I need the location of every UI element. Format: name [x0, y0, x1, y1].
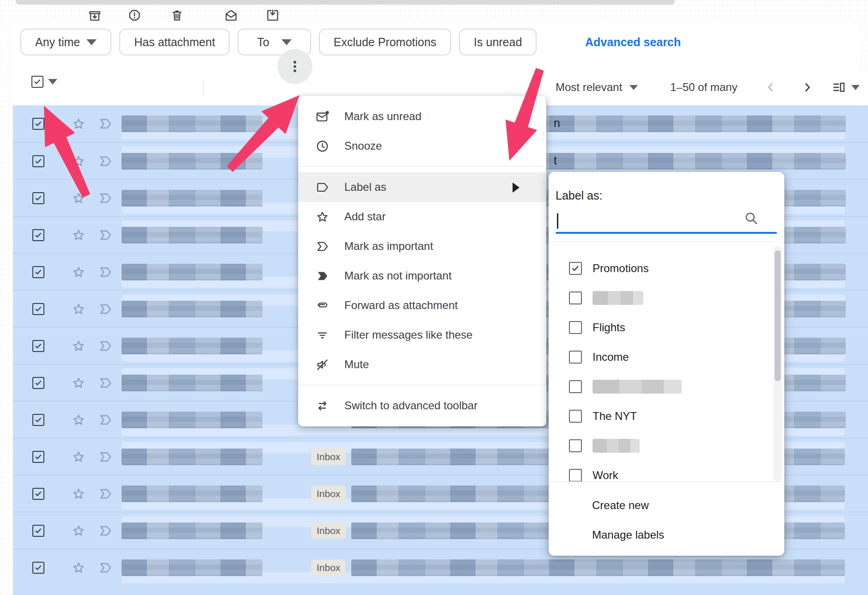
split-pane-button[interactable] [831, 72, 847, 103]
star-icon[interactable] [71, 560, 86, 575]
email-checkbox-checked[interactable] [32, 414, 44, 426]
menu-item-mark-as-not-important[interactable]: Mark as not important [298, 261, 546, 291]
filter-chip-label: Exclude Promotions [334, 36, 436, 49]
filter-chip-exclude-promotions[interactable]: Exclude Promotions [319, 29, 451, 55]
importance-marker-icon[interactable] [98, 376, 113, 390]
report-spam-button[interactable] [127, 0, 142, 30]
star-icon[interactable] [71, 228, 86, 243]
checkbox-unchecked[interactable] [569, 439, 582, 452]
filter-icon [315, 328, 330, 342]
more-options-button[interactable] [277, 49, 312, 84]
menu-item-mark-as-unread[interactable]: Mark as unread [298, 102, 546, 131]
gmail-search-results-screen: Any timeHas attachmentToExclude Promotio… [0, 0, 868, 595]
importance-marker-icon[interactable] [98, 191, 113, 206]
menu-item-filter-messages-like-these[interactable]: Filter messages like these [298, 320, 546, 350]
mark-as-read-button[interactable] [223, 0, 239, 30]
importance-marker-icon[interactable] [98, 560, 113, 575]
star-icon[interactable] [71, 523, 86, 538]
older-page-button[interactable] [800, 72, 815, 103]
menu-item-add-star[interactable]: Add star [298, 202, 546, 231]
checkbox-unchecked[interactable] [569, 410, 582, 423]
filter-chip-has-attachment[interactable]: Has attachment [119, 29, 230, 55]
checkbox-unchecked[interactable] [569, 380, 582, 393]
label-option-flights[interactable]: Flights [549, 313, 784, 342]
star-icon[interactable] [71, 486, 86, 501]
filter-chip-label: Has attachment [134, 36, 215, 49]
check-icon [34, 267, 43, 277]
archive-icon [87, 8, 102, 23]
importance-marker-icon[interactable] [98, 413, 113, 427]
label-option-work[interactable]: Work [549, 461, 784, 482]
email-checkbox-checked[interactable] [32, 303, 44, 315]
sort-selector[interactable]: Most relevant [556, 72, 638, 103]
menu-item-label-as[interactable]: Label as [298, 172, 546, 202]
menu-item-snooze[interactable]: Snooze [298, 131, 546, 161]
email-checkbox-checked[interactable] [32, 340, 44, 352]
star-icon[interactable] [71, 265, 86, 279]
checkbox-unchecked[interactable] [569, 351, 582, 364]
label-option-blurred[interactable] [549, 372, 784, 401]
label-option-promotions[interactable]: Promotions [549, 254, 784, 283]
label-option-blurred[interactable] [549, 283, 784, 313]
create-new-button[interactable]: Create new [549, 491, 784, 520]
email-checkbox-checked[interactable] [32, 488, 44, 500]
clock-icon [315, 139, 330, 153]
email-checkbox-checked[interactable] [32, 229, 44, 241]
star-icon[interactable] [71, 413, 86, 427]
importance-marker-icon[interactable] [98, 116, 113, 131]
importance-marker-icon[interactable] [98, 523, 113, 538]
advanced-search-link[interactable]: Advanced search [585, 29, 681, 55]
newer-page-button[interactable] [763, 72, 778, 103]
label-option-income[interactable]: Income [549, 342, 784, 372]
archive-button[interactable] [87, 0, 103, 30]
menu-item-forward-as-attachment[interactable]: Forward as attachment [298, 291, 546, 320]
menu-item-mute[interactable]: Mute [298, 350, 546, 379]
email-checkbox-checked[interactable] [32, 377, 44, 389]
select-all-dropdown-icon[interactable] [48, 79, 57, 85]
chevron-down-icon [851, 85, 860, 90]
email-checkbox-checked[interactable] [32, 451, 44, 463]
move-to-button[interactable] [265, 0, 281, 30]
star-icon[interactable] [71, 449, 86, 464]
checkbox-checked[interactable] [569, 262, 582, 275]
star-icon[interactable] [71, 376, 86, 390]
label-option-the-nyt[interactable]: The NYT [549, 401, 784, 431]
manage-labels-button[interactable]: Manage labels [549, 520, 784, 550]
star-icon[interactable] [71, 154, 86, 169]
importance-marker-icon[interactable] [98, 302, 113, 316]
check-icon [34, 378, 43, 388]
checkbox-unchecked[interactable] [569, 469, 582, 482]
blurred-sender-text [122, 301, 263, 317]
email-checkbox-checked[interactable] [32, 562, 44, 574]
filter-chip-any-time[interactable]: Any time [20, 29, 111, 55]
importance-marker-icon[interactable] [98, 265, 113, 279]
menu-item-mark-as-important[interactable]: Mark as important [298, 231, 546, 261]
delete-button[interactable] [169, 0, 185, 30]
label-option-blurred[interactable] [549, 431, 784, 461]
email-checkbox-checked[interactable] [32, 525, 44, 537]
scrollbar-thumb[interactable] [775, 250, 781, 381]
filter-chip-is-unread[interactable]: Is unread [459, 29, 537, 55]
mail-unread-icon [315, 109, 330, 124]
email-checkbox-checked[interactable] [32, 118, 44, 130]
importance-marker-icon[interactable] [98, 228, 113, 243]
select-all-checkbox[interactable] [31, 76, 43, 88]
star-icon[interactable] [71, 302, 86, 316]
blurred-sender-text [122, 559, 263, 576]
menu-item-switch-to-advanced-toolbar[interactable]: Switch to advanced toolbar [298, 391, 546, 420]
star-icon[interactable] [71, 191, 86, 206]
importance-marker-icon[interactable] [98, 339, 113, 353]
email-checkbox-checked[interactable] [32, 155, 44, 167]
checkbox-unchecked[interactable] [569, 321, 582, 334]
email-checkbox-checked[interactable] [32, 266, 44, 278]
select-all-control[interactable] [31, 76, 57, 88]
star-icon[interactable] [71, 339, 86, 353]
importance-marker-icon[interactable] [98, 449, 113, 464]
split-pane-dropdown[interactable] [850, 72, 862, 103]
label-search-field[interactable] [556, 212, 777, 232]
importance-marker-icon[interactable] [98, 486, 113, 501]
checkbox-unchecked[interactable] [569, 291, 582, 304]
importance-marker-icon[interactable] [98, 154, 113, 169]
email-checkbox-checked[interactable] [32, 192, 44, 204]
star-icon[interactable] [71, 116, 86, 131]
